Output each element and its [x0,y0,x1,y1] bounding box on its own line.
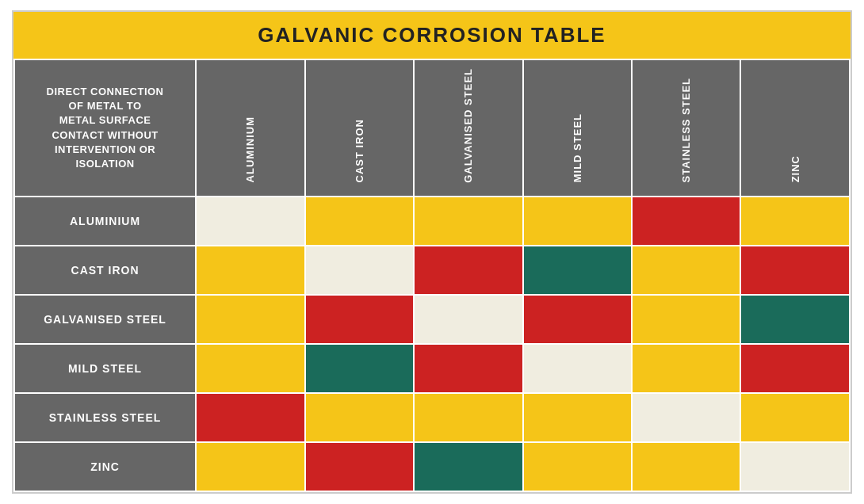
cell-5-0 [196,442,304,491]
column-header-row: DIRECT CONNECTIONOF METAL TOMETAL SURFAC… [14,59,850,197]
cell-5-3 [523,442,632,491]
corner-header: DIRECT CONNECTIONOF METAL TOMETAL SURFAC… [14,59,196,197]
row-label-galvanised-steel: GALVANISED STEEL [14,295,196,344]
col-header-galvanised-steel: GALVANISED STEEL [414,59,522,197]
cell-2-4 [632,295,740,344]
cell-5-1 [305,442,414,491]
row-label-zinc: ZINC [14,442,196,491]
cell-3-3 [523,344,632,393]
table-row: GALVANISED STEEL [14,295,850,344]
cell-3-1 [305,344,414,393]
cell-2-3 [523,295,632,344]
cell-0-5 [740,197,850,246]
cell-0-0 [196,197,304,246]
col-header-mild-steel: MILD STEEL [523,59,632,197]
cell-1-4 [632,246,740,295]
table-row: ZINC [14,442,850,491]
table-row: ALUMINIUM [14,197,850,246]
table-row: MILD STEEL [14,344,850,393]
col-header-cast-iron: CAST IRON [305,59,414,197]
cell-3-2 [414,344,522,393]
data-table: DIRECT CONNECTIONOF METAL TOMETAL SURFAC… [13,59,851,493]
cell-0-3 [523,197,632,246]
row-label-mild-steel: MILD STEEL [14,344,196,393]
cell-4-0 [196,393,304,442]
cell-4-2 [414,393,522,442]
cell-0-1 [305,197,414,246]
col-header-aluminium: ALUMINIUM [196,59,304,197]
cell-2-0 [196,295,304,344]
cell-1-3 [523,246,632,295]
cell-1-5 [740,246,850,295]
cell-1-1 [305,246,414,295]
cell-5-4 [632,442,740,491]
col-header-zinc: ZINC [740,59,850,197]
cell-5-2 [414,442,522,491]
table-body: ALUMINIUMCAST IRONGALVANISED STEELMILD S… [14,197,850,491]
cell-2-5 [740,295,850,344]
row-label-cast-iron: CAST IRON [14,246,196,295]
cell-0-4 [632,197,740,246]
cell-4-4 [632,393,740,442]
row-label-stainless-steel: STAINLESS STEEL [14,393,196,442]
cell-2-1 [305,295,414,344]
table-row: STAINLESS STEEL [14,393,850,442]
cell-1-0 [196,246,304,295]
cell-3-4 [632,344,740,393]
cell-3-0 [196,344,304,393]
cell-2-2 [414,295,522,344]
cell-3-5 [740,344,850,393]
cell-4-3 [523,393,632,442]
row-label-aluminium: ALUMINIUM [14,197,196,246]
cell-0-2 [414,197,522,246]
cell-1-2 [414,246,522,295]
table-title-row: GALVANIC CORROSION TABLE [13,12,851,59]
cell-5-5 [740,442,850,491]
table-title: GALVANIC CORROSION TABLE [258,23,606,47]
table-row: CAST IRON [14,246,850,295]
galvanic-corrosion-table: GALVANIC CORROSION TABLE DIRECT CONNECTI… [12,10,852,494]
col-header-stainless-steel: STAINLESS STEEL [632,59,740,197]
cell-4-5 [740,393,850,442]
cell-4-1 [305,393,414,442]
